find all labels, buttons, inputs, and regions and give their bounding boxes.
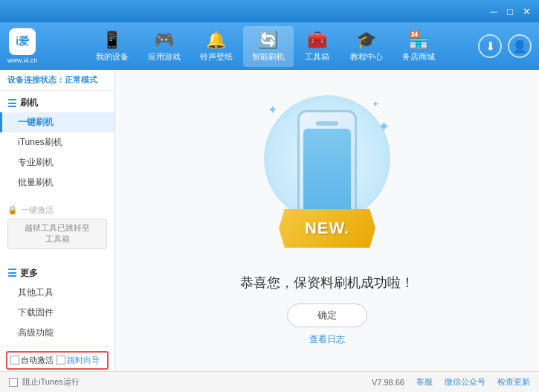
window-controls-bar: ─ □ ✕ <box>0 0 539 22</box>
nav-tutorial[interactable]: 🎓 教程中心 <box>341 26 392 67</box>
time-guide-checkbox-box[interactable] <box>57 356 65 364</box>
sidebar-section-flash: ☰ 刷机 一键刷机 iTunes刷机 专业刷机 批量刷机 <box>0 91 114 196</box>
sidebar-section-more: ☰ 更多 其他工具 下载固件 高级功能 <box>0 261 114 346</box>
activate-disabled-box: 越狱工具已跳转至工具箱 <box>7 219 107 249</box>
footer-link-wechat[interactable]: 微信公众号 <box>445 376 485 388</box>
footer-link-service[interactable]: 客服 <box>416 376 433 388</box>
new-banner: NEW. <box>279 209 375 248</box>
content-area: ✦ ✦ ✦ NEW. 恭喜您，保资料刷机成功啦！ 确定 查看日志 <box>115 70 539 371</box>
more-group-label: 更多 <box>20 267 38 280</box>
my-device-label: 我的设备 <box>96 51 129 62</box>
smart-flash-icon: 🔄 <box>258 30 278 50</box>
ringtone-icon: 🔔 <box>206 30 226 50</box>
sidebar-group-flash: ☰ 刷机 <box>0 94 114 112</box>
logo[interactable]: i爱 www.i4.cn <box>7 28 38 64</box>
nav-smart-flash[interactable]: 🔄 智能刷机 <box>243 26 294 67</box>
sidebar-status: 设备连接状态：正常模式 <box>0 70 114 91</box>
sidebar-item-other-tools[interactable]: 其他工具 <box>0 283 114 303</box>
window-buttons: ─ □ ✕ <box>487 4 533 18</box>
tutorial-icon: 🎓 <box>356 30 376 50</box>
header-right: ⬇ 👤 <box>478 34 532 58</box>
star-icon-1: ✦ <box>268 103 277 117</box>
confirm-button[interactable]: 确定 <box>287 303 367 327</box>
maximize-button[interactable]: □ <box>503 4 517 18</box>
footer-link-update[interactable]: 检查更新 <box>497 376 530 388</box>
logo-icon: i爱 <box>9 28 36 55</box>
auto-activate-checkbox-box[interactable] <box>10 356 19 364</box>
my-device-icon: 📱 <box>102 30 122 50</box>
star-icon-2: ✦ <box>372 99 379 109</box>
auto-activate-label: 自动激活 <box>21 355 54 366</box>
sidebar-item-advanced[interactable]: 高级功能 <box>0 323 114 343</box>
sidebar: 设备连接状态：正常模式 ☰ 刷机 一键刷机 iTunes刷机 专业刷机 批量刷机… <box>0 70 115 371</box>
time-guide-option[interactable]: 跳时向导 <box>57 355 100 366</box>
sidebar-section-activate: 🔒 一键激活 越狱工具已跳转至工具箱 <box>0 202 114 255</box>
sidebar-item-one-key-flash[interactable]: 一键刷机 <box>0 112 114 132</box>
toolbox-label: 工具箱 <box>305 51 329 62</box>
activate-label: 一键激活 <box>21 205 54 216</box>
footer-right: V7.98.66 客服 微信公众号 检查更新 <box>372 376 530 388</box>
sidebar-item-batch-flash[interactable]: 批量刷机 <box>0 173 114 193</box>
flash-group-icon: ☰ <box>7 97 17 109</box>
nav-app-game[interactable]: 🎮 应用游戏 <box>139 26 190 67</box>
close-button[interactable]: ✕ <box>520 4 533 18</box>
main-area: 设备连接状态：正常模式 ☰ 刷机 一键刷机 iTunes刷机 专业刷机 批量刷机… <box>0 70 539 371</box>
logo-url: www.i4.cn <box>7 57 38 64</box>
footer-left: 阻止iTunes运行 <box>9 376 80 388</box>
toolbox-icon: 🧰 <box>307 30 327 50</box>
lock-icon: 🔒 <box>7 205 18 215</box>
log-link[interactable]: 查看日志 <box>309 333 345 346</box>
tutorial-label: 教程中心 <box>350 51 383 62</box>
nav-ringtone[interactable]: 🔔 铃声壁纸 <box>191 26 242 67</box>
nav-toolbox[interactable]: 🧰 工具箱 <box>295 26 340 67</box>
nav-store[interactable]: 🏪 务店商城 <box>393 26 444 67</box>
header: i爱 www.i4.cn 📱 我的设备 🎮 应用游戏 🔔 铃声壁纸 🔄 智能刷机… <box>0 22 539 70</box>
itunes-checkbox[interactable] <box>9 378 18 387</box>
auto-activate-checkbox[interactable]: 自动激活 <box>10 355 54 366</box>
more-group-icon: ☰ <box>7 267 17 279</box>
itunes-label: 阻止iTunes运行 <box>22 376 80 388</box>
flash-group-label: 刷机 <box>20 97 38 109</box>
nav-bar: 📱 我的设备 🎮 应用游戏 🔔 铃声壁纸 🔄 智能刷机 🧰 工具箱 🎓 教程中心… <box>53 26 478 67</box>
sidebar-bottom: 自动激活 跳时向导 📱 iPhone 15 Pro Max 512GB iPho… <box>0 346 114 371</box>
store-icon: 🏪 <box>408 30 428 50</box>
new-label: NEW. <box>305 219 349 238</box>
time-guide-label: 跳时向导 <box>67 355 100 366</box>
status-value: 正常模式 <box>65 75 97 84</box>
sidebar-item-download-firmware[interactable]: 下载固件 <box>0 303 114 323</box>
status-label: 设备连接状态： <box>7 75 65 84</box>
user-button[interactable]: 👤 <box>508 34 532 58</box>
app-game-label: 应用游戏 <box>148 51 181 62</box>
success-message: 恭喜您，保资料刷机成功啦！ <box>240 274 414 292</box>
auto-options-box: 自动激活 跳时向导 <box>6 351 109 370</box>
footer: 阻止iTunes运行 V7.98.66 客服 微信公众号 检查更新 <box>0 371 539 392</box>
activate-disabled-label: 🔒 一键激活 <box>7 205 107 216</box>
phone-notch <box>316 121 338 126</box>
sidebar-item-itunes-flash[interactable]: iTunes刷机 <box>0 132 114 152</box>
star-icon-3: ✦ <box>378 118 390 135</box>
store-label: 务店商城 <box>402 51 435 62</box>
phone-screen <box>303 129 351 218</box>
sidebar-item-pro-flash[interactable]: 专业刷机 <box>0 152 114 173</box>
sidebar-group-more: ☰ 更多 <box>0 264 114 283</box>
nav-my-device[interactable]: 📱 我的设备 <box>87 26 138 67</box>
version-label: V7.98.66 <box>372 378 404 387</box>
smart-flash-label: 智能刷机 <box>252 51 285 62</box>
success-illustration: ✦ ✦ ✦ NEW. <box>253 95 401 259</box>
download-button[interactable]: ⬇ <box>478 34 502 58</box>
minimize-button[interactable]: ─ <box>487 4 500 18</box>
ringtone-label: 铃声壁纸 <box>200 51 233 62</box>
app-game-icon: 🎮 <box>154 30 174 50</box>
